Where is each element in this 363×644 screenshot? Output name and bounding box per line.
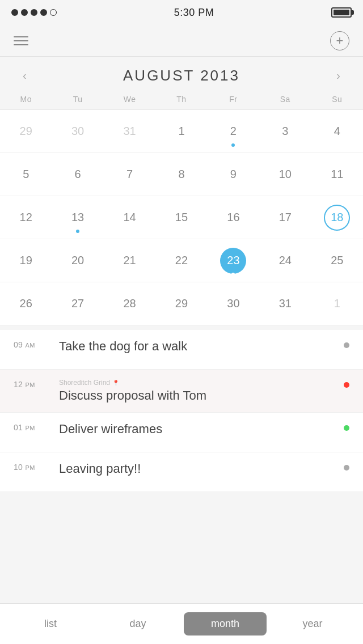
prev-month-button[interactable]: ‹	[18, 67, 31, 84]
cal-day-number: 13	[71, 211, 84, 224]
day-header-th: Th	[155, 92, 207, 106]
day-header-mo: Mo	[0, 92, 52, 106]
cal-day-number: 8	[178, 168, 184, 181]
cal-day-28-w4[interactable]: 28	[104, 282, 155, 325]
cal-day-1-w4[interactable]: 1	[311, 282, 363, 325]
cal-day-number: 3	[282, 125, 288, 138]
cal-day-number: 29	[175, 297, 188, 310]
cal-day-number: 2	[230, 125, 237, 138]
cal-event-dot	[76, 230, 79, 233]
cal-day-number: 24	[279, 254, 292, 267]
cal-day-4-w0[interactable]: 4	[311, 110, 363, 153]
cal-day-23-w3[interactable]: 23	[208, 239, 259, 282]
cal-day-number: 27	[71, 297, 84, 310]
cal-day-number: 6	[75, 168, 81, 181]
cal-day-21-w3[interactable]: 21	[104, 239, 155, 282]
event-details: Leaving party!!	[59, 461, 344, 476]
signal-dot-1	[11, 9, 18, 16]
cal-day-29-w4[interactable]: 29	[155, 282, 207, 325]
cal-day-12-w2[interactable]: 12	[0, 196, 52, 239]
cal-day-number: 18	[324, 205, 350, 231]
cal-day-number: 28	[123, 297, 136, 310]
cal-day-9-w1[interactable]: 9	[208, 153, 259, 196]
event-title: Leaving party!!	[59, 461, 344, 476]
next-month-button[interactable]: ›	[332, 67, 345, 84]
event-details: Deliver wireframes	[59, 422, 344, 437]
cal-day-16-w2[interactable]: 16	[208, 196, 259, 239]
tab-month[interactable]: month	[184, 612, 267, 635]
event-indicator	[344, 382, 349, 388]
status-bar: 5:30 PM	[0, 0, 363, 25]
event-time: 01 PM	[14, 422, 59, 432]
cal-day-22-w3[interactable]: 22	[155, 239, 207, 282]
event-item-2[interactable]: 01 PMDeliver wireframes	[0, 413, 363, 452]
cal-day-1-w0[interactable]: 1	[155, 110, 207, 153]
cal-day-15-w2[interactable]: 15	[155, 196, 207, 239]
cal-day-number: 17	[279, 211, 292, 224]
status-time: 5:30 PM	[174, 7, 214, 19]
event-details: Shoreditch Grind 📍Discuss proposal with …	[59, 379, 344, 403]
cal-day-number: 25	[331, 254, 343, 267]
cal-day-24-w3[interactable]: 24	[259, 239, 311, 282]
event-indicator	[344, 342, 349, 348]
event-title: Take the dog for a walk	[59, 339, 344, 354]
cal-day-26-w4[interactable]: 26	[0, 282, 52, 325]
event-item-0[interactable]: 09 AMTake the dog for a walk	[0, 330, 363, 370]
cal-day-18-w2[interactable]: 18	[311, 196, 363, 239]
event-item-1[interactable]: 12 PMShoreditch Grind 📍Discuss proposal …	[0, 370, 363, 413]
cal-day-8-w1[interactable]: 8	[155, 153, 207, 196]
cal-day-number: 12	[20, 211, 32, 224]
cal-day-number: 11	[331, 168, 343, 181]
cal-day-13-w2[interactable]: 13	[52, 196, 103, 239]
cal-day-31-w0[interactable]: 31	[104, 110, 155, 153]
tab-day[interactable]: day	[96, 612, 179, 635]
month-header: ‹ AUGUST 2013 ›	[0, 57, 363, 92]
day-header-sa: Sa	[259, 92, 311, 106]
cal-day-3-w0[interactable]: 3	[259, 110, 311, 153]
event-location: Shoreditch Grind 📍	[59, 379, 344, 387]
cal-day-20-w3[interactable]: 20	[52, 239, 103, 282]
cal-day-30-w4[interactable]: 30	[208, 282, 259, 325]
cal-day-31-w4[interactable]: 31	[259, 282, 311, 325]
cal-day-number: 5	[23, 168, 29, 181]
cal-day-number: 31	[279, 297, 292, 310]
battery-fill	[334, 10, 349, 15]
cal-day-number: 7	[126, 168, 133, 181]
tab-bar: listdaymonthyear	[0, 603, 363, 644]
cal-day-2-w0[interactable]: 2	[208, 110, 259, 153]
day-header-su: Su	[311, 92, 363, 106]
tab-list[interactable]: list	[9, 612, 92, 635]
cal-day-27-w4[interactable]: 27	[52, 282, 103, 325]
cal-day-6-w1[interactable]: 6	[52, 153, 103, 196]
cal-day-11-w1[interactable]: 11	[311, 153, 363, 196]
cal-day-number: 15	[175, 211, 188, 224]
cal-day-number: 26	[20, 297, 32, 310]
add-event-button[interactable]: +	[330, 31, 349, 50]
hamburger-line-3	[14, 44, 28, 45]
event-item-3[interactable]: 10 PMLeaving party!!	[0, 452, 363, 492]
cal-day-number: 31	[123, 125, 136, 138]
cal-event-dot	[231, 143, 235, 147]
cal-day-7-w1[interactable]: 7	[104, 153, 155, 196]
cal-day-17-w2[interactable]: 17	[259, 196, 311, 239]
cal-day-number: 19	[20, 254, 32, 267]
cal-day-number: 1	[334, 297, 340, 310]
event-indicator	[344, 425, 349, 431]
cal-day-number: 22	[175, 254, 188, 267]
cal-day-29-w0[interactable]: 29	[0, 110, 52, 153]
tab-year[interactable]: year	[271, 612, 354, 635]
cal-day-number: 30	[71, 125, 84, 138]
cal-day-number: 29	[20, 125, 32, 138]
events-section: 09 AMTake the dog for a walk12 PMShoredi…	[0, 325, 363, 492]
cal-day-10-w1[interactable]: 10	[259, 153, 311, 196]
cal-day-14-w2[interactable]: 14	[104, 196, 155, 239]
menu-button[interactable]	[14, 36, 28, 45]
cal-day-number: 23	[220, 248, 246, 274]
cal-day-30-w0[interactable]: 30	[52, 110, 103, 153]
cal-day-5-w1[interactable]: 5	[0, 153, 52, 196]
event-title: Discuss proposal with Tom	[59, 388, 344, 403]
event-details: Take the dog for a walk	[59, 339, 344, 354]
cal-day-19-w3[interactable]: 19	[0, 239, 52, 282]
event-indicator	[344, 465, 349, 471]
cal-day-25-w3[interactable]: 25	[311, 239, 363, 282]
